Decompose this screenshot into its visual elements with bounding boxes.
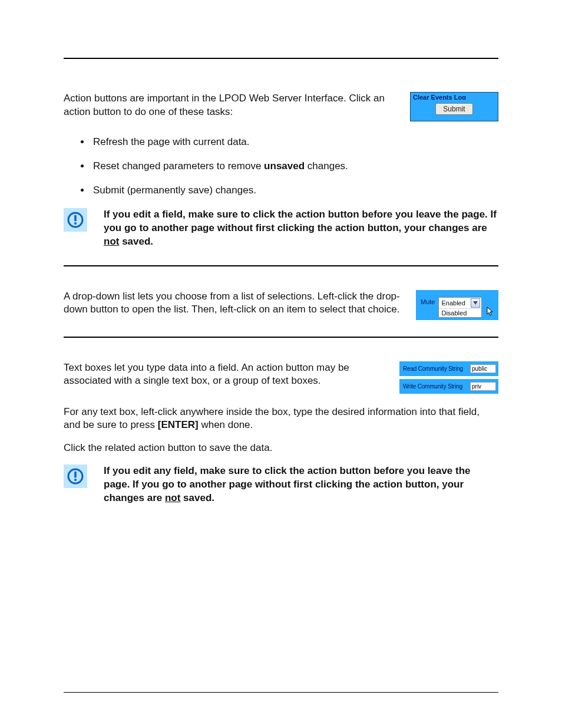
bullet-reset: Reset changed parameters to remove unsav… — [91, 160, 498, 173]
dropdown-option-disabled[interactable]: Disabled — [439, 308, 481, 317]
read-community-input[interactable] — [470, 364, 496, 373]
textbox-paragraph-3: Click the related action button to save … — [64, 442, 498, 455]
bullet-submit: Submit (permanently save) changes. — [91, 184, 498, 197]
svg-marker-3 — [473, 301, 478, 305]
intro-text-block: Action buttons are important in the LPOD… — [64, 92, 396, 129]
note-row-2: If you edit any field, make sure to clic… — [64, 465, 498, 505]
bullet-reset-bold: unsaved — [264, 160, 305, 172]
svg-point-6 — [74, 479, 77, 481]
note2-part2: saved. — [180, 492, 214, 503]
dropdown-label: Mute — [421, 297, 435, 305]
top-divider — [64, 58, 498, 59]
warning-icon — [64, 208, 87, 232]
action-buttons-section: Action buttons are important in the LPOD… — [64, 92, 498, 129]
bullet-refresh: Refresh the page with current data. — [91, 136, 498, 149]
dropdown-section: A drop-down list lets you choose from a … — [64, 290, 498, 320]
dropdown-row: Mute Enabled Disabled — [421, 297, 495, 318]
textbox-section: Text boxes let you type data into a fiel… — [64, 361, 498, 394]
dropdown-paragraph: A drop-down list lets you choose from a … — [64, 290, 402, 317]
section-divider-2 — [64, 337, 498, 338]
submit-widget-title: Clear Events Log — [413, 94, 495, 100]
textboxes-widget: Read Community String Write Community St… — [399, 361, 498, 394]
textbox-paragraph-2: For any text box, left-click anywhere in… — [64, 406, 498, 433]
note-text-1: If you edit a field, make sure to click … — [104, 208, 498, 249]
svg-rect-5 — [74, 472, 77, 478]
dropdown-selected-label: Enabled — [441, 299, 465, 307]
read-community-row: Read Community String — [399, 361, 498, 376]
note-text-2: If you edit any field, make sure to clic… — [104, 465, 498, 505]
bullet-reset-post: changes. — [305, 160, 348, 172]
cursor-icon — [487, 307, 495, 319]
note1-part1: If you edit a field, make sure to click … — [104, 209, 497, 233]
mute-select[interactable]: Enabled Disabled — [438, 297, 482, 318]
bottom-divider — [64, 692, 498, 693]
note1-not: not — [104, 236, 119, 247]
note2-part1: If you edit any field, make sure to clic… — [104, 465, 471, 503]
dropdown-selected-row[interactable]: Enabled — [439, 298, 481, 308]
write-community-label: Write Community String — [403, 383, 462, 390]
bullet-reset-pre: Reset changed parameters to remove — [93, 160, 264, 172]
bullet-list: Refresh the page with current data. Rese… — [64, 136, 498, 197]
document-page: Action buttons are important in the LPOD… — [0, 0, 562, 728]
dropdown-widget: Mute Enabled Disabled — [416, 290, 498, 320]
intro-paragraph: Action buttons are important in the LPOD… — [64, 92, 396, 119]
note1-part2: saved. — [119, 236, 153, 247]
p2-pre: For any text box, left-click anywhere in… — [64, 406, 480, 431]
chevron-down-icon[interactable] — [471, 298, 480, 308]
textbox-paragraph-1: Text boxes let you type data into a fiel… — [64, 361, 385, 388]
warning-icon — [64, 465, 87, 488]
note-row-1: If you edit a field, make sure to click … — [64, 208, 498, 249]
submit-widget: Clear Events Log Submit — [410, 92, 498, 121]
write-community-input[interactable] — [470, 382, 496, 391]
section-divider-1 — [64, 265, 498, 266]
p2-post: when done. — [199, 419, 253, 430]
svg-rect-1 — [74, 215, 77, 221]
svg-point-2 — [74, 222, 77, 225]
write-community-row: Write Community String — [399, 379, 498, 394]
note2-not: not — [165, 492, 180, 503]
p2-bold: [ENTER] — [158, 419, 199, 430]
submit-button[interactable]: Submit — [435, 103, 472, 115]
read-community-label: Read Community String — [403, 365, 463, 372]
